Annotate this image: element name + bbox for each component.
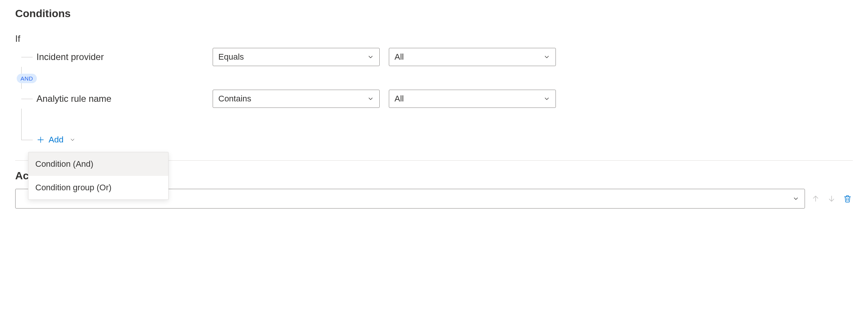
chevron-down-icon bbox=[367, 54, 374, 60]
condition-field-label: Incident provider bbox=[36, 52, 204, 62]
value-text: All bbox=[395, 52, 404, 62]
chevron-down-icon bbox=[792, 195, 799, 202]
plus-icon bbox=[36, 136, 45, 144]
condition-row: Analytic rule name Contains All bbox=[21, 89, 853, 109]
menu-item-condition-and[interactable]: Condition (And) bbox=[28, 152, 168, 176]
tree-connector bbox=[21, 57, 33, 57]
conditions-block: Incident provider Equals All AND Analyti… bbox=[15, 47, 853, 149]
move-up-button bbox=[810, 193, 821, 204]
value-text: All bbox=[395, 94, 404, 104]
conditions-title: Conditions bbox=[15, 8, 853, 20]
operator-value: Contains bbox=[218, 94, 251, 104]
chevron-down-icon bbox=[543, 95, 550, 102]
condition-gap: AND bbox=[21, 67, 853, 89]
operator-select[interactable]: Contains bbox=[213, 90, 380, 108]
move-down-button bbox=[826, 193, 837, 204]
tree-connector bbox=[21, 140, 33, 140]
value-select[interactable]: All bbox=[389, 90, 556, 108]
operator-value: Equals bbox=[218, 52, 244, 62]
condition-field-label: Analytic rule name bbox=[36, 93, 204, 104]
and-badge: AND bbox=[17, 74, 37, 83]
add-condition-button[interactable]: Add bbox=[21, 131, 853, 149]
delete-button[interactable] bbox=[842, 193, 853, 204]
condition-gap bbox=[21, 109, 853, 131]
value-select[interactable]: All bbox=[389, 48, 556, 66]
operator-select[interactable]: Equals bbox=[213, 48, 380, 66]
add-menu: Condition (And) Condition group (Or) bbox=[28, 152, 169, 200]
add-label: Add bbox=[49, 135, 63, 145]
condition-row: Incident provider Equals All bbox=[21, 47, 853, 67]
chevron-down-icon bbox=[543, 54, 550, 60]
chevron-down-icon bbox=[367, 95, 374, 102]
if-label: If bbox=[15, 33, 853, 44]
menu-item-condition-group-or[interactable]: Condition group (Or) bbox=[28, 176, 168, 199]
tree-connector bbox=[21, 99, 33, 99]
chevron-down-icon bbox=[69, 137, 76, 143]
